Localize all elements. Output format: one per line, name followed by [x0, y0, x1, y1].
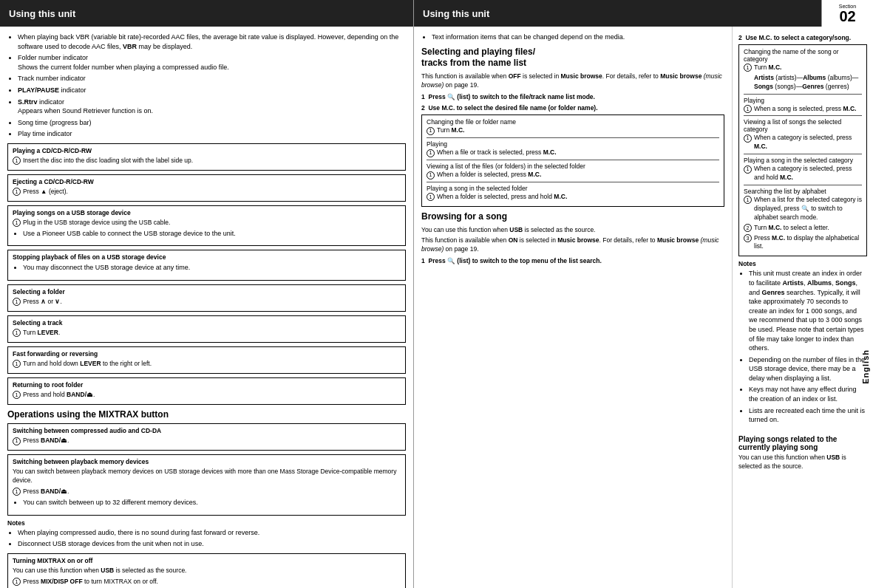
view-songs-section: Viewing a list of songs the selected cat…	[744, 118, 862, 151]
mixtrax-notes: When playing compressed audio, there is …	[7, 528, 406, 549]
eject-cd-box: Ejecting a CD/CD-R/CD-RW 1 Press ▲ (ejec…	[7, 174, 406, 202]
stop-usb-box: Stopping playback of files on a USB stor…	[7, 250, 406, 281]
right-header-wrapper: Using this unit Section 02	[414, 0, 873, 27]
list-item: Lists are recreated each time the unit i…	[749, 406, 867, 425]
change-name-box: Changing the name of the song or categor…	[738, 44, 867, 256]
box-title: Ejecting a CD/CD-R/CD-RW	[13, 178, 401, 186]
return-root-box: Returning to root folder 1 Press and hol…	[7, 377, 406, 405]
list-item: Folder number indicatorShows the current…	[18, 53, 406, 72]
list-item: S.Rtrv indicatorAppears when Sound Retri…	[18, 98, 406, 116]
usb-play-box: Playing songs on a USB storage device 1 …	[7, 205, 406, 247]
list-item: This unit must create an index in order …	[749, 269, 867, 352]
step2: 2 Use M.C. to select the desired file na…	[421, 104, 724, 113]
sub-box-title: Changing the file or folder name	[427, 118, 719, 126]
box-row: 2 Turn M.C. to select a letter.	[744, 224, 862, 233]
playing-songs-desc: You can use this function when USB is se…	[738, 454, 867, 471]
box-row: 1 When a list for the selected category …	[744, 196, 862, 222]
select-track-box: Selecting a track 1 Turn LEVER.	[7, 315, 406, 343]
box-row: 1 Press and hold BAND/⏏.	[13, 391, 401, 400]
box-title: Playing songs on a USB storage device	[13, 209, 401, 217]
browsing-desc2: This function is available when ON is se…	[421, 236, 724, 254]
box-row: 1 Turn LEVER.	[13, 329, 401, 338]
compressed-cd-box: Switching between compressed audio and C…	[7, 423, 406, 451]
divider	[744, 94, 862, 95]
box-row: 1 When a song is selected, press M.C.	[744, 105, 862, 114]
box-title: Selecting a folder	[13, 288, 401, 296]
left-column: Using this unit When playing back VBR (v…	[0, 0, 414, 588]
sidebar-notes-heading: Notes	[738, 260, 867, 267]
sub-box-title: Changing the name of the song or categor…	[744, 48, 862, 63]
playing-songs-title: Playing songs related to the currently p…	[738, 435, 867, 451]
list-item: You can switch between up to 32 differen…	[23, 498, 401, 507]
change-name-section: Changing the name of the song or categor…	[744, 48, 862, 92]
browsing-desc1: You can use this function when USB is se…	[421, 226, 724, 235]
box-desc: You can switch between playback memory d…	[13, 468, 401, 485]
notes-heading: Notes	[7, 519, 406, 527]
mixtrax-title: Operations using the MIXTRAX button	[7, 409, 406, 421]
list-item: You may disconnect the USB storage devic…	[23, 263, 401, 273]
selecting-desc: This function is available when OFF is s…	[421, 72, 724, 90]
box-title: Fast forwarding or reversing	[13, 350, 401, 358]
sub-box-title: Playing a song in the selected category	[744, 157, 862, 164]
box-row: 1 When a category is selected, press and…	[744, 165, 862, 182]
divider	[427, 182, 719, 182]
playing-section: Playing 1 When a file or track is select…	[427, 140, 719, 157]
box-title: Stopping playback of files on a USB stor…	[13, 253, 401, 261]
sidebar-notes: This unit must create an index in order …	[738, 269, 867, 427]
box-title: Selecting a track	[13, 319, 401, 327]
list-item: Play time indicator	[18, 129, 406, 139]
browsing-title: Browsing for a song	[421, 211, 724, 223]
list-item: Disconnect USB storage devices from the …	[18, 539, 406, 549]
divider	[744, 185, 862, 185]
box-row: 1 Turn and hold down LEVER to the right …	[13, 360, 401, 369]
right-main-content: Text information items that can be chang…	[414, 27, 733, 588]
play-category-section: Playing a song in the selected category …	[744, 157, 862, 182]
change-file-box: Changing the file or folder name 1 Turn …	[421, 114, 724, 207]
box-row: 1 Press ∧ or ∨.	[13, 298, 401, 307]
box-title: Playing a CD/CD-R/CD-RW	[13, 147, 401, 155]
list-item: Keys may not have any effect during the …	[749, 385, 867, 403]
right-top-bullets: Text information items that can be chang…	[421, 33, 724, 42]
section-num: 02	[839, 9, 855, 24]
box-row: 1 Turn M.C.	[744, 64, 862, 72]
memory-bullets: You can switch between up to 32 differen…	[13, 498, 401, 507]
box-row: 1 Insert the disc into the disc loading …	[13, 157, 401, 165]
list-item: Text information items that can be chang…	[432, 33, 724, 42]
list-item: Song time (progress bar)	[18, 118, 406, 128]
list-item: PLAY/PAUSE indicator	[18, 86, 406, 95]
box-desc: You can use this function when USB is se…	[13, 567, 401, 575]
step1: 1 Press 🔍 (list) to switch to the file/t…	[421, 93, 724, 102]
box-row: 3 Press M.C. to display the alphabetical…	[744, 234, 862, 252]
search-alphabet-section: Searching the list by alphabet 1 When a …	[744, 188, 862, 251]
divider	[427, 137, 719, 138]
right-header-title: Using this unit	[414, 0, 821, 27]
sub-box-title: Viewing a list of songs the selected cat…	[744, 118, 862, 133]
right-content: Text information items that can be chang…	[414, 27, 873, 588]
box-title: Turning MIXTRAX on or off	[13, 557, 401, 565]
view-list-section: Viewing a list of the files (or folders)…	[427, 163, 719, 180]
box-title: Returning to root folder	[13, 381, 401, 389]
section-box: Section 02	[821, 0, 873, 27]
english-label: English	[861, 349, 870, 384]
fast-forward-box: Fast forwarding or reversing 1 Turn and …	[7, 346, 406, 374]
box-row: 1 Press MIX/DISP OFF to turn MIXTRAX on …	[13, 578, 401, 587]
browsing-step1: 1 Press 🔍 (list) to switch to the top me…	[421, 257, 724, 266]
left-header-title: Using this unit	[9, 8, 75, 19]
english-sidebar: English	[858, 56, 873, 588]
divider	[744, 154, 862, 154]
playback-memory-box: Switching between playback memory device…	[7, 454, 406, 515]
list-item: When playing back VBR (variable bit rate…	[18, 33, 406, 51]
indicator-list: When playing back VBR (variable bit rate…	[7, 33, 406, 139]
sub-box-title: Viewing a list of the files (or folders)…	[427, 163, 719, 170]
category-list: Artists (artists)—Albums (albums)—Songs …	[744, 74, 862, 92]
sub-box-title: Playing a song in the selected folder	[427, 185, 719, 192]
box-row: 1 Press BAND/⏏.	[13, 488, 401, 496]
change-file-section: Changing the file or folder name 1 Turn …	[427, 118, 719, 135]
usb-bullets: Use a Pioneer USB cable to connect the U…	[13, 229, 401, 239]
divider	[744, 115, 862, 116]
list-item: When playing compressed audio, there is …	[18, 528, 406, 538]
left-header: Using this unit	[0, 0, 413, 27]
box-row: 1 Turn M.C.	[427, 126, 719, 135]
box-row: 1 Press BAND/⏏.	[13, 437, 401, 445]
list-item: Depending on the number of files in the …	[749, 355, 867, 383]
